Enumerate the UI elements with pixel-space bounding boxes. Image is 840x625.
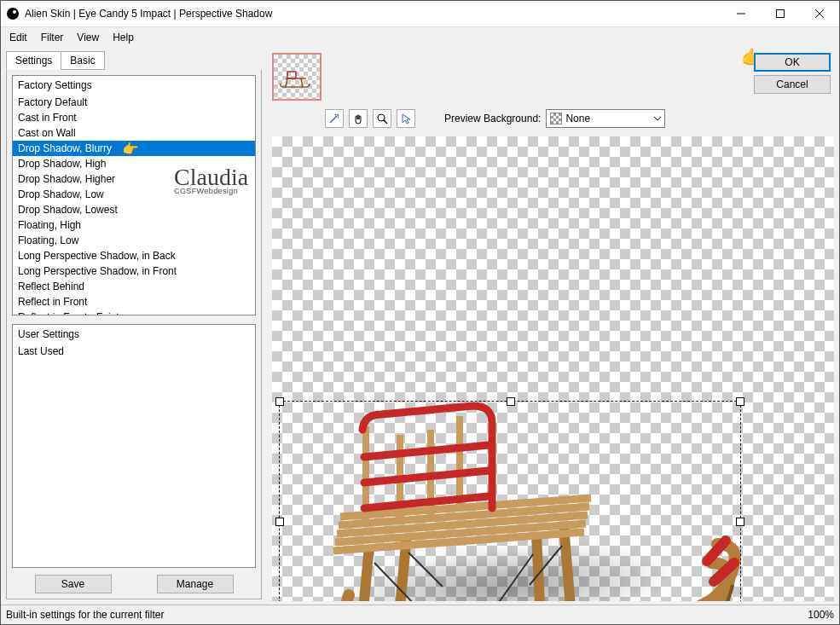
left-panel: Settings Basic Factory Settings Factory … (1, 48, 267, 605)
user-settings-list[interactable]: User Settings Last Used (12, 324, 256, 568)
svg-line-7 (286, 78, 287, 87)
wand-tool-icon[interactable] (325, 109, 344, 128)
svg-rect-9 (287, 72, 296, 78)
preset-item[interactable]: Drop Shadow, Higher (13, 171, 255, 187)
preset-item[interactable]: Cast on Wall (13, 125, 255, 141)
dialog-buttons: 👉 OK Cancel (754, 53, 834, 94)
preview-canvas[interactable] (272, 136, 834, 601)
menu-edit[interactable]: Edit (4, 30, 32, 45)
preview-background-value: None (565, 113, 590, 124)
preset-item[interactable]: Factory Default (13, 95, 255, 110)
checker-icon (550, 113, 562, 124)
menu-help[interactable]: Help (107, 30, 139, 45)
preview-toolbar: Preview Background: None (267, 104, 839, 133)
preview-background-label: Preview Background: (444, 113, 541, 124)
manage-button[interactable]: Manage (157, 575, 234, 593)
factory-settings-list[interactable]: Factory Settings Factory DefaultCast in … (12, 75, 256, 315)
top-strip: 👉 OK Cancel (267, 48, 839, 104)
preset-item[interactable]: Drop Shadow, Low (13, 187, 255, 202)
maximize-button[interactable] (761, 1, 800, 26)
svg-point-1 (13, 10, 16, 14)
ok-button[interactable]: OK (754, 53, 831, 72)
svg-line-11 (384, 120, 387, 124)
hand-tool-icon[interactable] (349, 109, 368, 128)
svg-rect-3 (777, 10, 785, 18)
close-button[interactable] (800, 1, 839, 26)
user-preset-item[interactable]: Last Used (13, 344, 255, 359)
preset-item[interactable]: Cast in Front (13, 110, 255, 125)
app-icon (6, 7, 20, 20)
settings-tabs: Settings Basic (6, 51, 262, 70)
right-panel: 👉 OK Cancel Preview Background: None (267, 48, 839, 605)
selection-boundary[interactable] (279, 401, 741, 601)
preset-item[interactable]: Reflect in Front (13, 294, 255, 310)
tab-basic[interactable]: Basic (61, 51, 104, 70)
svg-point-0 (7, 8, 19, 20)
selection-handle[interactable] (507, 397, 515, 406)
selection-handle[interactable] (736, 518, 744, 526)
pointing-hand-icon: 👉 (122, 141, 139, 157)
thumbnail-sled-icon (277, 65, 311, 94)
menu-view[interactable]: View (72, 30, 104, 45)
svg-line-8 (301, 78, 303, 87)
save-button[interactable]: Save (35, 575, 112, 593)
status-message: Built-in settings for the current filter (6, 609, 164, 621)
menubar: Edit Filter View Help (1, 27, 839, 48)
settings-buttons: Save Manage (12, 575, 256, 593)
preset-item[interactable]: Long Perspective Shadow, in Front (13, 263, 255, 279)
titlebar: Alien Skin | Eye Candy 5 Impact | Perspe… (1, 1, 839, 27)
preset-item[interactable]: Reflect Behind (13, 279, 255, 294)
pointer-tool-icon[interactable] (397, 109, 415, 128)
window-title: Alien Skin | Eye Candy 5 Impact | Perspe… (25, 8, 721, 20)
selection-handle[interactable] (736, 397, 744, 406)
preset-item[interactable]: Floating, Low (13, 233, 255, 248)
cancel-button[interactable]: Cancel (754, 75, 831, 94)
status-zoom: 100% (808, 609, 834, 621)
factory-header: Factory Settings (13, 76, 255, 95)
content-area: Settings Basic Factory Settings Factory … (1, 48, 839, 605)
minimize-button[interactable] (721, 1, 761, 26)
preset-item[interactable]: Drop Shadow, Lowest (13, 202, 255, 217)
menu-filter[interactable]: Filter (36, 30, 69, 45)
zoom-tool-icon[interactable] (373, 109, 391, 128)
preset-item[interactable]: Floating, High (13, 217, 255, 233)
selection-handle[interactable] (275, 397, 284, 406)
plugin-window: Alien Skin | Eye Candy 5 Impact | Perspe… (0, 0, 840, 625)
svg-point-10 (378, 114, 385, 121)
status-bar: Built-in settings for the current filter… (1, 605, 839, 624)
preset-item[interactable]: Reflect in Front - Faint (13, 310, 255, 315)
tab-settings[interactable]: Settings (6, 51, 61, 70)
settings-panel: Factory Settings Factory DefaultCast in … (6, 70, 262, 599)
chevron-down-icon (653, 113, 662, 125)
preset-item[interactable]: Drop Shadow, High (13, 156, 255, 171)
user-header: User Settings (13, 325, 255, 344)
preset-item[interactable]: Long Perspective Shadow, in Back (13, 248, 255, 263)
preset-item[interactable]: Drop Shadow, Blurry👉 (13, 141, 255, 156)
preview-background-combo[interactable]: None (546, 109, 665, 128)
preset-thumbnail[interactable] (272, 53, 322, 101)
selection-handle[interactable] (275, 518, 284, 526)
